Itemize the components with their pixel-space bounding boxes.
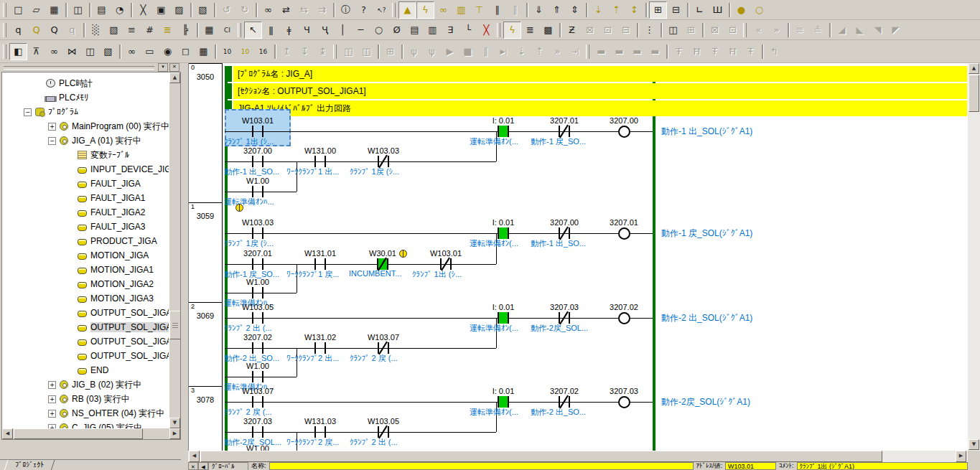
pen-mark-4-icon[interactable]: ◤ xyxy=(887,22,905,39)
scroll-left-icon[interactable]: ◀ xyxy=(189,451,200,462)
contact-nc[interactable] xyxy=(559,227,570,239)
rung-header-comment[interactable]: [ﾌﾟﾛｸﾞﾗﾑ名 : JIG_A] xyxy=(233,66,967,82)
pause-flag-icon[interactable]: ∥ xyxy=(488,1,506,19)
toolbar-drag-handle[interactable] xyxy=(3,44,6,59)
tab-project[interactable]: ﾌﾟﾛｼﾞｪｸﾄ xyxy=(4,460,55,470)
scroll-up-icon[interactable]: ▲ xyxy=(169,72,180,83)
protect-lock-icon[interactable]: ● xyxy=(732,1,750,19)
io-table-icon[interactable]: ▦ xyxy=(195,43,213,60)
output-coil[interactable] xyxy=(618,396,630,408)
auto-online-icon[interactable]: ϟ xyxy=(416,1,434,19)
comment-display-icon[interactable]: ▧ xyxy=(105,22,123,39)
workspace-dropdown-icon[interactable]: ▾ xyxy=(158,63,168,72)
contact-no[interactable] xyxy=(498,312,509,324)
rung-number[interactable]: 1 xyxy=(191,203,205,210)
decimal-monitor-icon[interactable]: 10 xyxy=(218,43,236,60)
tree-display-icon[interactable]: ╠ xyxy=(177,22,195,39)
pause-monitor-icon[interactable]: ▥ xyxy=(452,1,470,19)
send-changes-icon[interactable]: ⊠ xyxy=(581,22,599,39)
list-style-1-icon[interactable]: ≡ xyxy=(791,22,809,39)
sma-table-icon[interactable]: ▦ xyxy=(200,22,218,39)
invert-instruction-icon[interactable]: Ǝ xyxy=(442,22,459,39)
work-online-icon[interactable]: ▲ xyxy=(398,1,416,19)
io-comment-icon[interactable]: ∞ xyxy=(123,43,141,60)
monitor-bar-3-icon[interactable]: ▬ xyxy=(628,43,646,60)
contact-nc[interactable] xyxy=(377,258,388,270)
tree-item[interactable]: OUTPUT_SOL_JIGA2 xyxy=(2,334,169,349)
download-to-plc-icon[interactable]: ⇓ xyxy=(530,1,548,19)
compare-with-plc-icon[interactable]: ⇕ xyxy=(566,1,584,19)
tree-item[interactable]: OUTPUT_SOL_JIGA3 xyxy=(2,349,169,363)
contact-no[interactable] xyxy=(252,426,263,438)
tree-item[interactable]: MOTION_JIGA3 xyxy=(2,291,169,306)
monitor-bar-1-icon[interactable]: ▬ xyxy=(592,43,610,60)
horizontal-line-icon[interactable]: ─ xyxy=(352,22,370,39)
contact-no[interactable] xyxy=(498,227,509,239)
tree-scroll-thumb[interactable] xyxy=(169,311,181,339)
tree-item[interactable]: FAULT_JIGA1 xyxy=(2,191,169,205)
continue-icon[interactable]: » xyxy=(549,43,566,60)
rung-step-number[interactable]: 3078 xyxy=(190,395,220,404)
contact-or-no-icon[interactable]: Ч xyxy=(298,22,316,39)
contact-no[interactable] xyxy=(314,342,326,354)
stop-icon[interactable]: ■ xyxy=(459,43,477,60)
section-list-icon[interactable]: ◉ xyxy=(159,43,177,60)
context-help-icon[interactable]: ↖? xyxy=(373,1,391,19)
partial-upload-icon[interactable]: ⇡ xyxy=(607,1,625,19)
print-preview-icon[interactable]: ◔ xyxy=(111,1,129,19)
monitor-run-icon[interactable]: ϟ xyxy=(503,22,521,39)
zoom-in-icon[interactable]: Q xyxy=(45,22,63,39)
partial-compare-icon[interactable]: ↕ xyxy=(625,1,643,19)
tree-item[interactable]: PLCﾒﾓﾘ xyxy=(2,90,169,105)
zoom-out-icon[interactable]: q xyxy=(63,22,81,39)
monitor-icon[interactable]: ∞ xyxy=(434,1,452,19)
expand-icon[interactable]: + xyxy=(48,410,56,418)
force-cancel-icon[interactable]: ↨ xyxy=(314,43,332,60)
contact-nc[interactable] xyxy=(559,396,570,408)
toolbar-drag-handle[interactable] xyxy=(3,23,6,37)
ci-instruction-icon[interactable]: CI xyxy=(218,22,236,39)
contact-nc[interactable] xyxy=(378,426,389,438)
zoom-fit-icon[interactable]: Q xyxy=(27,22,45,39)
tree-item[interactable]: FAULT_JIGA xyxy=(2,177,169,191)
ladder-hscroll-thumb[interactable] xyxy=(200,451,882,462)
window-check-icon[interactable]: ⊡ xyxy=(724,22,742,39)
watch-prev-icon[interactable]: ◀ xyxy=(198,462,208,470)
list-style-2-icon[interactable]: ≗ xyxy=(809,22,827,39)
grid-icon[interactable]: ░ xyxy=(87,22,105,39)
help-icon[interactable]: ? xyxy=(355,1,373,19)
toolbar-drag-handle[interactable] xyxy=(333,44,337,59)
output-coil[interactable] xyxy=(618,312,630,324)
watch-glasses-icon[interactable]: ∞ xyxy=(45,43,63,60)
tree-item[interactable]: PRODUCT_JIGA xyxy=(2,234,169,248)
expand-icon[interactable]: + xyxy=(48,395,56,403)
cut-icon[interactable]: ╳ xyxy=(134,1,152,19)
tree-item[interactable]: OUTPUT_SOL_JIGA1 xyxy=(2,320,169,334)
rung-step-number[interactable]: 3050 xyxy=(190,72,220,81)
toolbar-drag-handle[interactable] xyxy=(743,23,747,37)
save-icon[interactable]: ▦ xyxy=(45,1,63,19)
contact-no[interactable] xyxy=(252,186,263,197)
force-off-icon[interactable]: ↧ xyxy=(296,43,314,60)
scroll-right-icon[interactable]: ▶ xyxy=(169,428,180,439)
monitor-window-2-icon[interactable]: ⊟ xyxy=(667,1,685,19)
contact-no[interactable] xyxy=(252,156,263,167)
contact-nc[interactable] xyxy=(378,156,389,167)
contact-nc[interactable] xyxy=(378,342,389,354)
force-set-5-icon[interactable]: Ŧ xyxy=(742,43,760,60)
workspace-toggle-icon[interactable]: ◧ xyxy=(9,43,27,60)
collapse-icon[interactable]: − xyxy=(48,137,56,145)
online-verify-icon[interactable]: ⊡ xyxy=(599,22,617,39)
contact-no[interactable] xyxy=(314,426,326,438)
instruction-box-2-icon[interactable]: ▥ xyxy=(424,22,442,39)
contact-nc[interactable] xyxy=(559,312,570,324)
step-run-icon[interactable]: ▶| xyxy=(495,43,513,60)
paste-icon[interactable]: ▨ xyxy=(170,1,188,19)
hex-monitor-icon[interactable]: 16 xyxy=(254,43,272,60)
tree-item[interactable]: FAULT_JIGA2 xyxy=(2,205,169,220)
upload-from-plc-icon[interactable]: ⇑ xyxy=(548,1,566,19)
copy-icon[interactable]: ▣ xyxy=(152,1,170,19)
tree-item[interactable]: END xyxy=(2,363,169,377)
tree-item[interactable]: −JIG_A (01) 実行中 xyxy=(2,133,169,148)
tree-item[interactable]: +JIG_B (02) 実行中 xyxy=(2,377,169,392)
